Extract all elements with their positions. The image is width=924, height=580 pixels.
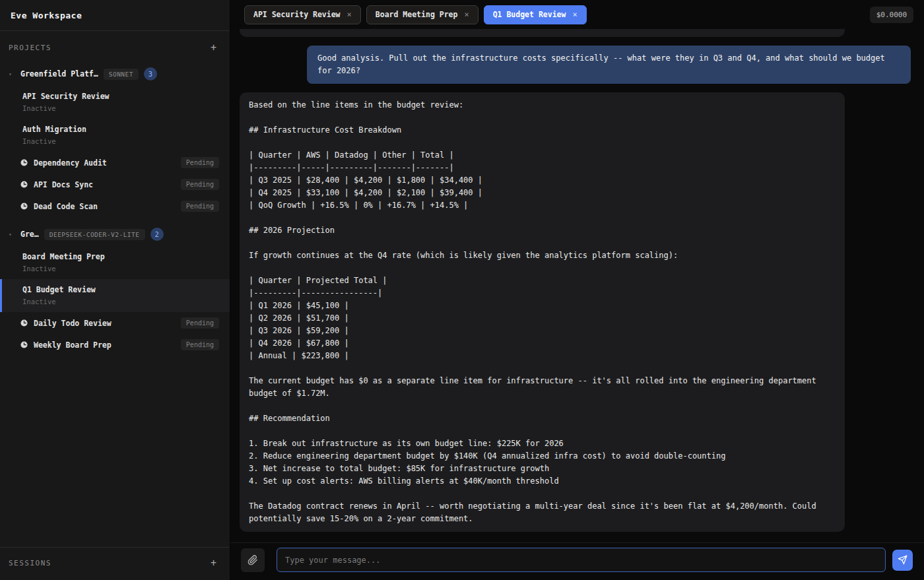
status-badge: Pending [181, 157, 219, 168]
tab-label: Q1 Budget Review [493, 10, 566, 19]
paperclip-icon [248, 555, 258, 565]
status-badge: Pending [181, 179, 219, 190]
sidebar: Eve Workspace PROJECTS + ▾ Greenfield Pl… [0, 0, 230, 580]
sessions-header-label: SESSIONS [9, 559, 51, 567]
session-count-badge: 3 [144, 67, 157, 81]
sidebar-item-dead-code-scan[interactable]: Dead Code Scan Pending [0, 195, 230, 217]
session-title: API Security Review [22, 92, 219, 101]
session-title: Auth Migration [22, 125, 219, 134]
clock-icon [20, 203, 28, 210]
projects-header-label: PROJECTS [9, 44, 51, 52]
status-badge: Pending [181, 317, 219, 329]
session-status: Inactive [22, 137, 219, 145]
attach-file-button[interactable] [241, 548, 265, 572]
chat-scroll-area[interactable]: Good analysis. Pull out the infrastructu… [230, 29, 924, 542]
task-title: API Docs Sync [34, 180, 175, 189]
session-title: Q1 Budget Review [22, 285, 219, 294]
status-badge: Pending [181, 201, 219, 212]
close-icon[interactable]: × [464, 10, 469, 19]
add-project-button[interactable]: + [208, 42, 219, 54]
projects-header-row: PROJECTS + [0, 31, 230, 61]
task-title: Weekly Board Prep [34, 340, 175, 350]
sidebar-item-q1-budget-review[interactable]: Q1 Budget Review Inactive [0, 279, 230, 312]
assistant-message-bubble: Based on the line items in the budget re… [240, 92, 845, 532]
model-badge: SONNET [104, 69, 139, 80]
session-cost-badge: $0.0000 [870, 7, 913, 23]
tab-board-meeting-prep[interactable]: Board Meeting Prep × [366, 5, 478, 24]
sidebar-item-weekly-board-prep[interactable]: Weekly Board Prep Pending [0, 334, 230, 356]
clock-icon [20, 319, 28, 327]
close-icon[interactable]: × [572, 10, 577, 19]
tab-q1-budget-review[interactable]: Q1 Budget Review × [484, 5, 587, 24]
add-session-button[interactable]: + [208, 557, 219, 569]
task-title: Daily Todo Review [34, 319, 175, 328]
clock-icon [20, 341, 28, 348]
clock-icon [20, 181, 28, 188]
project-group-gre[interactable]: ▾ Gre… DEEPSEEK-CODER-V2-LITE 2 [0, 221, 230, 246]
send-button[interactable] [892, 550, 913, 571]
projects-section: PROJECTS + ▾ Greenfield Platf… SONNET 3 … [0, 31, 230, 547]
sessions-header-row: SESSIONS + [0, 547, 230, 580]
previous-message-bubble-clipped [240, 29, 845, 37]
status-badge: Pending [181, 339, 219, 350]
send-icon [898, 555, 908, 565]
sidebar-item-api-docs-sync[interactable]: API Docs Sync Pending [0, 174, 230, 195]
sidebar-item-auth-migration[interactable]: Auth Migration Inactive [0, 119, 230, 152]
project-name: Greenfield Platf… [20, 69, 98, 79]
sidebar-item-api-security-review[interactable]: API Security Review Inactive [0, 86, 230, 119]
session-status: Inactive [22, 104, 219, 112]
project-group-greenfield[interactable]: ▾ Greenfield Platf… SONNET 3 [0, 61, 230, 86]
user-message-bubble: Good analysis. Pull out the infrastructu… [307, 46, 911, 84]
sidebar-item-daily-todo-review[interactable]: Daily Todo Review Pending [0, 312, 230, 334]
chevron-down-icon[interactable]: ▾ [9, 71, 15, 77]
chevron-down-icon[interactable]: ▾ [9, 232, 15, 238]
main-panel: API Security Review × Board Meeting Prep… [230, 0, 924, 580]
close-icon[interactable]: × [347, 10, 352, 19]
session-count-badge: 2 [150, 228, 164, 241]
message-input[interactable] [277, 548, 886, 572]
task-title: Dead Code Scan [34, 202, 175, 211]
sidebar-item-dependency-audit[interactable]: Dependency Audit Pending [0, 152, 230, 174]
tab-label: Board Meeting Prep [376, 10, 458, 19]
message-composer [230, 542, 924, 580]
tab-label: API Security Review [253, 10, 341, 19]
session-status: Inactive [22, 298, 219, 306]
task-title: Dependency Audit [34, 158, 175, 168]
model-badge: DEEPSEEK-CODER-V2-LITE [44, 229, 145, 240]
sidebar-item-board-meeting-prep[interactable]: Board Meeting Prep Inactive [0, 246, 230, 279]
app-window: Eve Workspace PROJECTS + ▾ Greenfield Pl… [0, 0, 924, 580]
workspace-title: Eve Workspace [11, 11, 82, 20]
clock-icon [20, 159, 28, 166]
tab-bar: API Security Review × Board Meeting Prep… [230, 0, 924, 29]
project-name: Gre… [20, 230, 39, 239]
tab-api-security-review[interactable]: API Security Review × [244, 5, 361, 24]
workspace-header: Eve Workspace [0, 0, 230, 31]
session-status: Inactive [22, 265, 219, 273]
session-title: Board Meeting Prep [22, 252, 219, 261]
